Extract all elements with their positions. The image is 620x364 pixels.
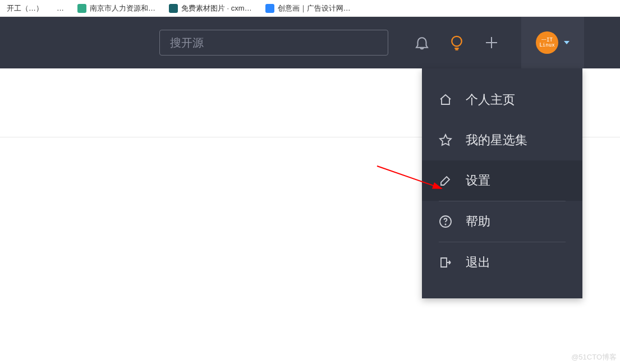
avatar-text: 一IT Linux bbox=[536, 38, 558, 48]
hint-lightbulb-button[interactable] bbox=[442, 28, 471, 57]
bell-icon bbox=[414, 34, 430, 51]
notifications-button[interactable] bbox=[407, 28, 437, 57]
menu-item-starred[interactable]: 我的星选集 bbox=[422, 120, 582, 160]
watermark: @51CTO博客 bbox=[571, 352, 617, 362]
menu-item-settings[interactable]: 设置 bbox=[422, 160, 582, 201]
app-header: 一IT Linux bbox=[0, 17, 620, 68]
menu-item-label: 我的星选集 bbox=[466, 132, 527, 149]
menu-item-label: 帮助 bbox=[466, 213, 490, 230]
star-icon bbox=[439, 133, 452, 147]
menu-item-profile[interactable]: 个人主页 bbox=[422, 80, 582, 120]
help-icon bbox=[439, 215, 452, 228]
bookmark-item[interactable]: 免费素材图片 · cxm… bbox=[169, 3, 252, 13]
browser-bookmarks-bar: 开工（…） … 南京市人力资源和… 免费素材图片 · cxm… 创意画｜广告设计… bbox=[0, 0, 620, 17]
bookmark-label: 南京市人力资源和… bbox=[90, 3, 155, 13]
avatar: 一IT Linux bbox=[536, 31, 558, 54]
search-input[interactable] bbox=[159, 30, 388, 56]
lightbulb-icon bbox=[448, 34, 465, 51]
plus-icon bbox=[483, 34, 500, 51]
bookmark-label: 创意画｜广告设计网… bbox=[278, 3, 351, 13]
bookmark-item[interactable]: 创意画｜广告设计网… bbox=[265, 3, 351, 13]
bookmark-item[interactable]: … bbox=[57, 4, 64, 12]
bookmark-favicon bbox=[77, 4, 86, 13]
bookmark-favicon bbox=[169, 4, 178, 13]
bookmark-item[interactable]: 开工（…） bbox=[7, 3, 43, 13]
bookmark-label: … bbox=[57, 4, 64, 12]
menu-item-label: 个人主页 bbox=[466, 91, 515, 108]
svg-point-0 bbox=[452, 36, 462, 47]
user-menu-trigger[interactable]: 一IT Linux bbox=[521, 17, 584, 68]
menu-item-label: 退出 bbox=[466, 254, 490, 271]
bookmark-label: 免费素材图片 · cxm… bbox=[181, 3, 252, 13]
edit-icon bbox=[439, 174, 452, 187]
chevron-down-icon bbox=[564, 41, 570, 44]
bookmark-favicon bbox=[265, 4, 274, 13]
menu-item-help[interactable]: 帮助 bbox=[422, 201, 582, 242]
bookmark-item[interactable]: 南京市人力资源和… bbox=[77, 3, 155, 13]
logout-icon bbox=[439, 256, 452, 269]
menu-item-logout[interactable]: 退出 bbox=[422, 242, 582, 283]
home-icon bbox=[439, 93, 452, 107]
create-new-button[interactable] bbox=[477, 28, 506, 57]
bookmark-label: 开工（…） bbox=[7, 3, 43, 13]
menu-item-label: 设置 bbox=[466, 172, 490, 189]
svg-point-2 bbox=[445, 224, 446, 224]
user-dropdown-menu: 个人主页 我的星选集 设置 帮助 bbox=[422, 68, 582, 298]
